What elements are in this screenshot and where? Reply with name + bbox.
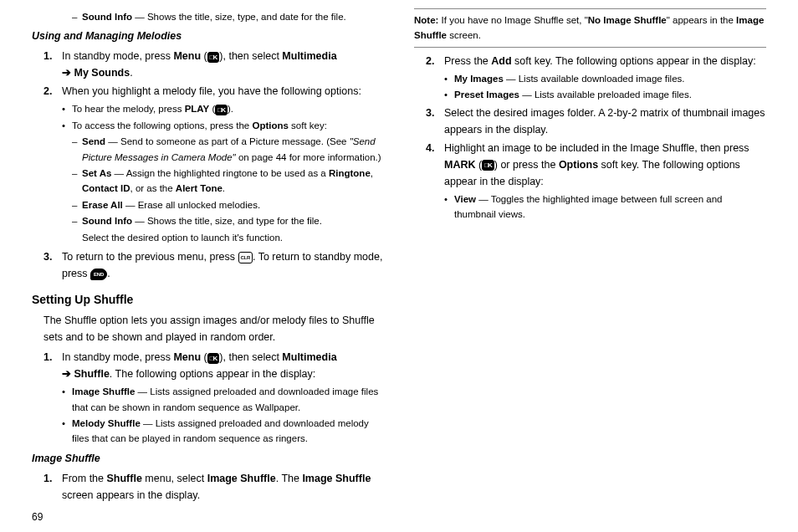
- bullet-body: To hear the melody, press PLAY ().: [72, 101, 384, 116]
- txt: . The following options appear in the di…: [110, 368, 315, 380]
- step-num: 3.: [426, 105, 444, 138]
- txt: To hear the melody, press: [72, 104, 185, 114]
- step-body: In standby mode, press Menu (), then sel…: [62, 48, 384, 81]
- txt: menu, select: [142, 473, 207, 484]
- play-label: PLAY: [185, 104, 210, 114]
- txt: on page 44 for more information.): [236, 152, 381, 162]
- txt: In standby mode, press: [62, 50, 173, 62]
- image-shuffle-label: Image Shuffle: [302, 473, 371, 484]
- txt: — Erase all unlocked melodies.: [123, 200, 260, 210]
- txt: — Toggles the highlighted image between …: [454, 194, 723, 219]
- step-body: From the Shuffle menu, select Image Shuf…: [62, 470, 384, 504]
- bullet-mark: •: [444, 192, 454, 223]
- step-num: 2.: [43, 83, 62, 100]
- shuffle-label: Shuffle: [107, 473, 142, 484]
- dash-mark: –: [72, 213, 82, 228]
- txt: ).: [228, 104, 233, 114]
- dash-body: Erase All — Erase all unlocked melodies.: [82, 197, 384, 212]
- arrow-icon: [62, 67, 74, 79]
- txt: (: [476, 159, 483, 171]
- is-step-3: 3. Select the desired images folder. A 2…: [426, 105, 766, 138]
- view-label: View: [454, 194, 476, 204]
- desc: — Shows the title, size, type, and date …: [132, 12, 346, 22]
- step-body: Press the Add soft key. The following op…: [444, 53, 766, 69]
- sus-bullet-image: • Image Shuffle — Lists assigned preload…: [62, 384, 384, 415]
- is-step-4: 4. Highlight an image to be included in …: [426, 140, 766, 190]
- is-bullet-preset: • Preset Images — Lists available preloa…: [444, 87, 766, 102]
- shuffle-label: Shuffle: [74, 368, 109, 380]
- bullet-mark: •: [444, 87, 454, 102]
- melody-shuffle-label: Melody Shuffle: [72, 418, 141, 428]
- page-number: 69: [32, 509, 43, 525]
- dash-mark: –: [72, 166, 82, 197]
- preset-images-label: Preset Images: [454, 90, 519, 100]
- sus-step-1: 1. In standby mode, press Menu (), then …: [43, 349, 384, 382]
- txt: .: [130, 67, 132, 79]
- soundinfo-label: Sound Info: [82, 216, 132, 226]
- eraseall-label: Erase All: [82, 200, 123, 210]
- sus-bullet-melody: • Melody Shuffle — Lists assigned preloa…: [62, 416, 384, 447]
- multimedia-label: Multimedia: [282, 50, 336, 62]
- ringtone-label: Ringtone: [329, 168, 371, 178]
- ok-icon: [215, 105, 228, 115]
- image-shuffle-label: Image Shuffle: [207, 473, 276, 484]
- options-label: Options: [559, 159, 598, 171]
- is-bullet-view: • View — Toggles the highlighted image b…: [444, 192, 766, 223]
- bullet-body: Preset Images — Lists available preloade…: [454, 87, 766, 102]
- multimedia-label: Multimedia: [282, 351, 336, 363]
- step-body: Select the desired images folder. A 2-by…: [444, 105, 766, 138]
- txt: — Lists available preloaded image files.: [519, 90, 692, 100]
- umm-step-2: 2. When you highlight a melody file, you…: [43, 83, 384, 100]
- txt: .: [107, 268, 110, 279]
- txt: .: [223, 183, 225, 193]
- bullet-mark: •: [62, 118, 72, 133]
- heading-image-shuffle: Image Shuffle: [32, 450, 384, 467]
- image-shuffle-label: Image Shuffle: [72, 386, 135, 396]
- step-num: 1.: [43, 349, 62, 382]
- umm-step-1: 1. In standby mode, press Menu (), then …: [43, 48, 384, 81]
- send-label: Send: [82, 136, 105, 146]
- dash-body: Send — Send to someone as part of a Pict…: [82, 134, 384, 165]
- txt: ) or press the: [494, 159, 559, 171]
- step-num: 1.: [43, 470, 62, 504]
- step-num: 3.: [43, 248, 62, 282]
- no-image-shuffle-label: No Image Shuffle: [588, 15, 667, 25]
- step-body: When you highlight a melody file, you ha…: [62, 83, 384, 100]
- umm-dash-send: – Send — Send to someone as part of a Pi…: [72, 134, 384, 165]
- step-body: In standby mode, press Menu (), then sel…: [62, 349, 384, 382]
- step-num: 4.: [426, 140, 444, 190]
- bullet-mark: •: [444, 71, 454, 86]
- txt: In standby mode, press: [62, 351, 173, 363]
- shuffle-intro: The Shuffle option lets you assign image…: [43, 312, 384, 345]
- my-sounds-label: My Sounds: [74, 67, 130, 79]
- clr-icon: [238, 252, 253, 263]
- my-images-label: My Images: [454, 74, 504, 84]
- txt: ,: [371, 168, 373, 178]
- label: Sound Info: [82, 12, 132, 22]
- txt: Press the: [444, 55, 491, 67]
- is-step-2: 2. Press the Add soft key. The following…: [426, 53, 766, 69]
- bullet-body: To access the following options, press t…: [72, 118, 384, 133]
- txt: screen.: [447, 30, 481, 40]
- setas-label: Set As: [82, 168, 111, 178]
- txt: To access the following options, press t…: [72, 120, 252, 130]
- manual-page: – Sound Info — Shows the title, size, ty…: [0, 0, 798, 532]
- dash-body: Sound Info — Shows the title, size, and …: [82, 213, 384, 228]
- umm-dash-soundinfo: – Sound Info — Shows the title, size, an…: [72, 213, 384, 228]
- umm-dash-setas: – Set As — Assign the highlighted ringto…: [72, 166, 384, 197]
- bullet-body: Melody Shuffle — Lists assigned preloade…: [72, 416, 384, 447]
- txt: — Send to someone as part of a Picture m…: [105, 136, 350, 146]
- menu-label: Menu: [173, 50, 201, 62]
- bullet-body: My Images — Lists available downloaded i…: [454, 71, 766, 86]
- txt: — Shows the title, size, and type for th…: [132, 216, 322, 226]
- step-body: To return to the previous menu, press . …: [62, 248, 384, 282]
- heading-setting-up-shuffle: Setting Up Shuffle: [32, 290, 384, 309]
- note-box: Note: If you have no Image Shuffle set, …: [414, 8, 766, 48]
- step-body: Highlight an image to be included in the…: [444, 140, 766, 190]
- umm-bullet-play: • To hear the melody, press PLAY ().: [62, 101, 384, 116]
- umm-step-3: 3. To return to the previous menu, press…: [43, 248, 384, 282]
- txt: — Assign the highlighted ringtone to be …: [111, 168, 329, 178]
- arrow-icon: [62, 368, 74, 380]
- contactid-label: Contact ID: [82, 183, 130, 193]
- ok-icon: [207, 353, 220, 364]
